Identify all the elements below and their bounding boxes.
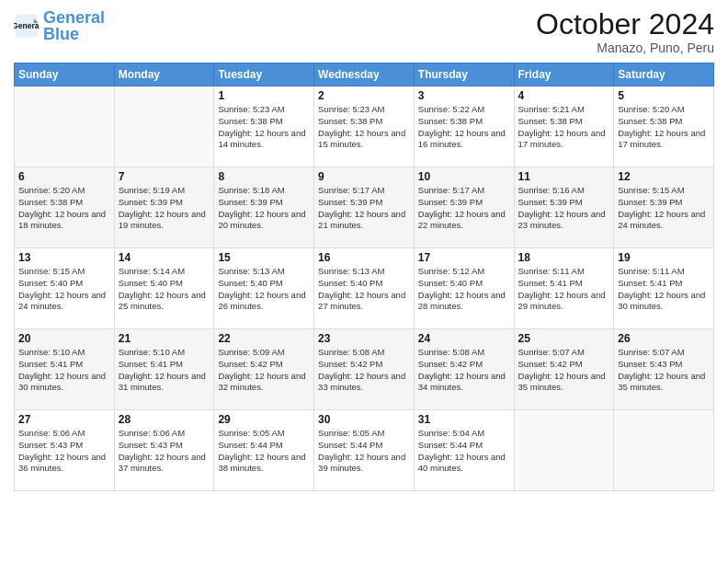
calendar-cell: 13Sunrise: 5:15 AMSunset: 5:40 PMDayligh…	[15, 248, 115, 329]
day-info: Sunrise: 5:23 AMSunset: 5:38 PMDaylight:…	[218, 104, 310, 151]
calendar-header-saturday: Saturday	[614, 63, 714, 86]
day-info: Sunrise: 5:21 AMSunset: 5:38 PMDaylight:…	[518, 104, 610, 151]
calendar-header-friday: Friday	[514, 63, 614, 86]
day-number: 3	[418, 89, 510, 102]
day-info: Sunrise: 5:04 AMSunset: 5:44 PMDaylight:…	[418, 428, 510, 475]
day-number: 12	[618, 170, 710, 183]
day-info: Sunrise: 5:14 AMSunset: 5:40 PMDaylight:…	[119, 266, 210, 313]
calendar-cell: 30Sunrise: 5:05 AMSunset: 5:44 PMDayligh…	[314, 410, 415, 491]
calendar-week-row: 27Sunrise: 5:06 AMSunset: 5:43 PMDayligh…	[15, 410, 714, 491]
day-info: Sunrise: 5:15 AMSunset: 5:39 PMDaylight:…	[618, 185, 710, 232]
calendar-cell: 12Sunrise: 5:15 AMSunset: 5:39 PMDayligh…	[614, 167, 714, 248]
calendar-cell: 17Sunrise: 5:12 AMSunset: 5:40 PMDayligh…	[414, 248, 514, 329]
calendar-cell: 2Sunrise: 5:23 AMSunset: 5:38 PMDaylight…	[314, 86, 415, 167]
day-info: Sunrise: 5:15 AMSunset: 5:40 PMDaylight:…	[18, 266, 110, 313]
day-info: Sunrise: 5:05 AMSunset: 5:44 PMDaylight:…	[318, 428, 410, 475]
day-number: 27	[18, 413, 110, 426]
logo-text-line2: Blue	[43, 26, 105, 42]
calendar-cell	[114, 86, 214, 167]
calendar-cell	[514, 410, 614, 491]
day-number: 26	[618, 332, 710, 345]
calendar-cell: 1Sunrise: 5:23 AMSunset: 5:38 PMDaylight…	[214, 86, 314, 167]
calendar-cell: 5Sunrise: 5:20 AMSunset: 5:38 PMDaylight…	[614, 86, 714, 167]
location-subtitle: Manazo, Puno, Peru	[536, 40, 714, 55]
day-number: 28	[119, 413, 210, 426]
day-info: Sunrise: 5:20 AMSunset: 5:38 PMDaylight:…	[18, 185, 110, 232]
logo-icon: General	[14, 13, 40, 39]
calendar-week-row: 13Sunrise: 5:15 AMSunset: 5:40 PMDayligh…	[15, 248, 714, 329]
day-info: Sunrise: 5:20 AMSunset: 5:38 PMDaylight:…	[618, 104, 710, 151]
day-number: 30	[318, 413, 410, 426]
title-area: October 2024 Manazo, Puno, Peru	[536, 9, 714, 55]
calendar-cell: 11Sunrise: 5:16 AMSunset: 5:39 PMDayligh…	[514, 167, 614, 248]
day-info: Sunrise: 5:23 AMSunset: 5:38 PMDaylight:…	[318, 104, 410, 151]
day-number: 16	[318, 251, 410, 264]
calendar-cell: 6Sunrise: 5:20 AMSunset: 5:38 PMDaylight…	[15, 167, 115, 248]
calendar-cell: 3Sunrise: 5:22 AMSunset: 5:38 PMDaylight…	[414, 86, 514, 167]
calendar-cell: 18Sunrise: 5:11 AMSunset: 5:41 PMDayligh…	[514, 248, 614, 329]
day-info: Sunrise: 5:18 AMSunset: 5:39 PMDaylight:…	[218, 185, 310, 232]
day-number: 8	[218, 170, 310, 183]
calendar-cell: 22Sunrise: 5:09 AMSunset: 5:42 PMDayligh…	[214, 329, 314, 410]
calendar-cell: 7Sunrise: 5:19 AMSunset: 5:39 PMDaylight…	[114, 167, 214, 248]
day-info: Sunrise: 5:19 AMSunset: 5:39 PMDaylight:…	[119, 185, 210, 232]
day-info: Sunrise: 5:07 AMSunset: 5:43 PMDaylight:…	[618, 347, 710, 394]
calendar-week-row: 6Sunrise: 5:20 AMSunset: 5:38 PMDaylight…	[15, 167, 714, 248]
calendar-header-monday: Monday	[114, 63, 214, 86]
day-number: 4	[518, 89, 610, 102]
day-info: Sunrise: 5:12 AMSunset: 5:40 PMDaylight:…	[418, 266, 510, 313]
calendar-week-row: 1Sunrise: 5:23 AMSunset: 5:38 PMDaylight…	[15, 86, 714, 167]
day-info: Sunrise: 5:10 AMSunset: 5:41 PMDaylight:…	[119, 347, 210, 394]
calendar-cell: 19Sunrise: 5:11 AMSunset: 5:41 PMDayligh…	[614, 248, 714, 329]
calendar-cell: 24Sunrise: 5:08 AMSunset: 5:42 PMDayligh…	[414, 329, 514, 410]
calendar-cell: 4Sunrise: 5:21 AMSunset: 5:38 PMDaylight…	[514, 86, 614, 167]
calendar-cell: 9Sunrise: 5:17 AMSunset: 5:39 PMDaylight…	[314, 167, 415, 248]
calendar-cell: 10Sunrise: 5:17 AMSunset: 5:39 PMDayligh…	[414, 167, 514, 248]
month-title: October 2024	[536, 9, 714, 39]
calendar-cell: 21Sunrise: 5:10 AMSunset: 5:41 PMDayligh…	[114, 329, 214, 410]
logo: General General Blue	[14, 9, 105, 42]
day-number: 25	[518, 332, 610, 345]
day-number: 6	[18, 170, 110, 183]
day-info: Sunrise: 5:17 AMSunset: 5:39 PMDaylight:…	[318, 185, 410, 232]
day-number: 23	[318, 332, 410, 345]
day-info: Sunrise: 5:08 AMSunset: 5:42 PMDaylight:…	[318, 347, 410, 394]
calendar-cell: 26Sunrise: 5:07 AMSunset: 5:43 PMDayligh…	[614, 329, 714, 410]
calendar-cell: 28Sunrise: 5:06 AMSunset: 5:43 PMDayligh…	[114, 410, 214, 491]
day-number: 31	[418, 413, 510, 426]
calendar-cell: 16Sunrise: 5:13 AMSunset: 5:40 PMDayligh…	[314, 248, 415, 329]
calendar-cell: 27Sunrise: 5:06 AMSunset: 5:43 PMDayligh…	[15, 410, 115, 491]
calendar-header-wednesday: Wednesday	[314, 63, 415, 86]
calendar-cell: 14Sunrise: 5:14 AMSunset: 5:40 PMDayligh…	[114, 248, 214, 329]
calendar-cell	[614, 410, 714, 491]
day-number: 5	[618, 89, 710, 102]
day-info: Sunrise: 5:10 AMSunset: 5:41 PMDaylight:…	[18, 347, 110, 394]
day-number: 13	[18, 251, 110, 264]
calendar-table: SundayMondayTuesdayWednesdayThursdayFrid…	[14, 63, 714, 491]
day-info: Sunrise: 5:09 AMSunset: 5:42 PMDaylight:…	[218, 347, 310, 394]
day-info: Sunrise: 5:16 AMSunset: 5:39 PMDaylight:…	[518, 185, 610, 232]
day-number: 20	[18, 332, 110, 345]
calendar-header-sunday: Sunday	[15, 63, 115, 86]
day-number: 21	[119, 332, 210, 345]
day-number: 15	[218, 251, 310, 264]
day-info: Sunrise: 5:08 AMSunset: 5:42 PMDaylight:…	[418, 347, 510, 394]
day-number: 9	[318, 170, 410, 183]
day-number: 22	[218, 332, 310, 345]
day-info: Sunrise: 5:17 AMSunset: 5:39 PMDaylight:…	[418, 185, 510, 232]
day-number: 10	[418, 170, 510, 183]
calendar-cell: 25Sunrise: 5:07 AMSunset: 5:42 PMDayligh…	[514, 329, 614, 410]
day-info: Sunrise: 5:06 AMSunset: 5:43 PMDaylight:…	[119, 428, 210, 475]
calendar-cell: 20Sunrise: 5:10 AMSunset: 5:41 PMDayligh…	[15, 329, 115, 410]
calendar-cell: 29Sunrise: 5:05 AMSunset: 5:44 PMDayligh…	[214, 410, 314, 491]
day-number: 29	[218, 413, 310, 426]
calendar-week-row: 20Sunrise: 5:10 AMSunset: 5:41 PMDayligh…	[15, 329, 714, 410]
calendar-cell: 15Sunrise: 5:13 AMSunset: 5:40 PMDayligh…	[214, 248, 314, 329]
day-info: Sunrise: 5:13 AMSunset: 5:40 PMDaylight:…	[218, 266, 310, 313]
day-info: Sunrise: 5:11 AMSunset: 5:41 PMDaylight:…	[518, 266, 610, 313]
calendar-cell: 31Sunrise: 5:04 AMSunset: 5:44 PMDayligh…	[414, 410, 514, 491]
day-number: 1	[218, 89, 310, 102]
calendar-cell: 8Sunrise: 5:18 AMSunset: 5:39 PMDaylight…	[214, 167, 314, 248]
calendar-header-row: SundayMondayTuesdayWednesdayThursdayFrid…	[15, 63, 714, 86]
day-number: 11	[518, 170, 610, 183]
